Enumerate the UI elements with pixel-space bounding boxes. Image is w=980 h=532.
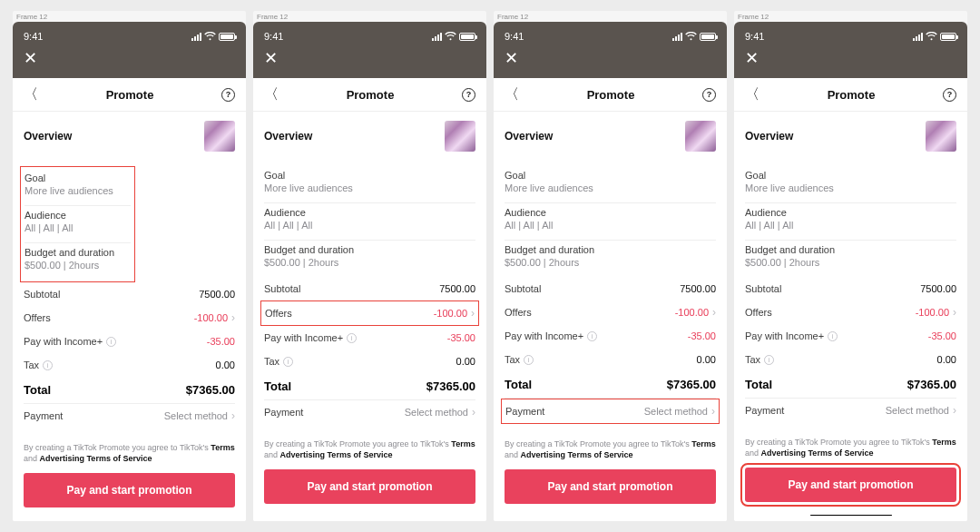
status-time: 9:41 [505, 31, 524, 42]
home-indicator[interactable] [810, 515, 892, 516]
setting-budget[interactable]: Budget and duration $500.00 | 2hours [264, 241, 475, 277]
setting-goal[interactable]: Goal More live audiences [264, 166, 475, 203]
help-icon[interactable]: ? [943, 88, 956, 102]
terms-link[interactable]: Terms [211, 443, 234, 452]
settings-summary: Goal More live audiences Audience All | … [264, 166, 475, 277]
setting-goal[interactable]: Goal More live audiences [745, 166, 956, 203]
close-icon[interactable]: ✕ [745, 50, 759, 66]
info-icon[interactable]: i [587, 331, 597, 341]
back-icon[interactable]: 〈 [745, 87, 760, 102]
row-subtotal: Subtotal 7500.00 [505, 277, 716, 300]
app-header-dark: 9:41 ✕ [253, 22, 486, 78]
row-payment[interactable]: Payment Select method› [745, 399, 956, 422]
info-icon[interactable]: i [106, 337, 116, 347]
help-icon[interactable]: ? [221, 88, 235, 102]
adv-terms-link[interactable]: Advertising Terms of Service [280, 450, 393, 459]
row-payment[interactable]: Payment Select method› [501, 399, 720, 424]
settings-summary: Goal More live audiences Audience All | … [505, 166, 716, 277]
screenshot-frame: Frame 12 9:41 ✕ 〈 Promote ? Overview [734, 11, 967, 521]
row-offers[interactable]: Offers -100.00› [260, 300, 479, 326]
row-payment[interactable]: Payment Select method› [264, 400, 475, 424]
row-subtotal: Subtotal 7500.00 [745, 277, 956, 300]
nav-bar: 〈 Promote ? [734, 78, 967, 112]
chevron-right-icon: › [472, 407, 475, 418]
nav-bar: 〈 Promote ? [494, 78, 727, 112]
chevron-right-icon: › [231, 312, 235, 323]
terms-link[interactable]: Terms [932, 438, 956, 447]
row-income[interactable]: Pay with Income+i -35.00 [745, 324, 956, 348]
frame-label: Frame 12 [257, 13, 288, 21]
row-tax: Taxi 0.00 [264, 350, 475, 373]
row-income[interactable]: Pay with Income+i -35.00 [24, 330, 235, 353]
frame-label: Frame 12 [497, 13, 528, 21]
pay-start-button[interactable]: Pay and start promotion [745, 468, 956, 502]
close-icon[interactable]: ✕ [264, 50, 278, 66]
pay-start-button[interactable]: Pay and start promotion [24, 473, 235, 507]
setting-budget[interactable]: Budget and duration $500.00 | 2hours [505, 241, 716, 277]
page-title: Promote [106, 88, 154, 102]
battery-icon [459, 33, 475, 41]
legal-text: By creating a TikTok Promote you agree t… [494, 431, 727, 464]
battery-icon [940, 33, 956, 41]
info-icon[interactable]: i [524, 355, 534, 365]
overview-label: Overview [745, 130, 793, 143]
battery-icon [219, 33, 235, 41]
video-thumbnail[interactable] [926, 121, 956, 152]
status-icons [432, 32, 475, 41]
status-time: 9:41 [745, 31, 764, 42]
terms-link[interactable]: Terms [691, 439, 715, 448]
setting-budget[interactable]: Budget and duration $500.00 | 2hours [745, 241, 956, 277]
row-offers[interactable]: Offers -100.00› [745, 300, 956, 324]
page-title: Promote [587, 88, 635, 102]
row-offers[interactable]: Offers -100.00› [24, 306, 235, 330]
adv-terms-link[interactable]: Advertising Terms of Service [761, 448, 874, 458]
legal-text: By creating a TikTok Promote you agree t… [253, 431, 486, 464]
terms-link[interactable]: Terms [451, 439, 475, 448]
setting-budget[interactable]: Budget and duration $500.00 | 2hours [24, 243, 131, 280]
close-icon[interactable]: ✕ [24, 50, 37, 66]
info-icon[interactable]: i [283, 357, 293, 367]
info-icon[interactable]: i [43, 360, 53, 370]
pay-start-button[interactable]: Pay and start promotion [264, 469, 475, 504]
overview-label: Overview [264, 130, 312, 143]
app-header-dark: 9:41 ✕ [494, 22, 727, 78]
screenshot-frame: Frame 12 9:41 ✕ 〈 Promote ? Overview [494, 11, 727, 521]
signal-icon [913, 33, 923, 41]
setting-goal[interactable]: Goal More live audiences [505, 166, 716, 203]
app-header-dark: 9:41 ✕ [734, 22, 967, 78]
info-icon[interactable]: i [764, 355, 774, 365]
signal-icon [432, 33, 442, 41]
video-thumbnail[interactable] [685, 121, 716, 152]
nav-bar: 〈 Promote ? [13, 78, 246, 112]
help-icon[interactable]: ? [462, 88, 475, 102]
screenshot-frame: Frame 12 9:41 ✕ 〈 Promote ? Overview [13, 11, 246, 521]
status-icons [913, 32, 956, 41]
adv-terms-link[interactable]: Advertising Terms of Service [521, 450, 633, 459]
help-icon[interactable]: ? [702, 88, 716, 102]
video-thumbnail[interactable] [445, 121, 475, 152]
setting-audience[interactable]: Audience All | All | All [264, 203, 475, 241]
page-title: Promote [347, 88, 395, 102]
setting-audience[interactable]: Audience All | All | All [24, 206, 131, 243]
close-icon[interactable]: ✕ [505, 50, 518, 66]
status-bar: 9:41 [24, 29, 235, 44]
setting-audience[interactable]: Audience All | All | All [745, 203, 956, 241]
row-income[interactable]: Pay with Income+i -35.00 [264, 326, 475, 350]
video-thumbnail[interactable] [204, 121, 235, 152]
row-income[interactable]: Pay with Income+i -35.00 [505, 324, 716, 348]
info-icon[interactable]: i [347, 333, 357, 343]
chevron-right-icon: › [471, 308, 475, 319]
back-icon[interactable]: 〈 [505, 87, 519, 102]
setting-audience[interactable]: Audience All | All | All [505, 203, 716, 241]
adv-terms-link[interactable]: Advertising Terms of Service [40, 454, 152, 463]
setting-goal[interactable]: Goal More live audiences [24, 169, 131, 206]
row-offers[interactable]: Offers -100.00› [505, 300, 716, 324]
row-total: Total $7365.00 [264, 373, 475, 399]
back-icon[interactable]: 〈 [24, 87, 38, 102]
back-icon[interactable]: 〈 [264, 87, 279, 102]
status-time: 9:41 [24, 31, 43, 42]
info-icon[interactable]: i [828, 331, 838, 341]
row-payment[interactable]: Payment Select method› [24, 404, 235, 428]
pay-start-button[interactable]: Pay and start promotion [505, 469, 716, 504]
legal-text: By creating a TikTok Promote you agree t… [13, 435, 246, 468]
